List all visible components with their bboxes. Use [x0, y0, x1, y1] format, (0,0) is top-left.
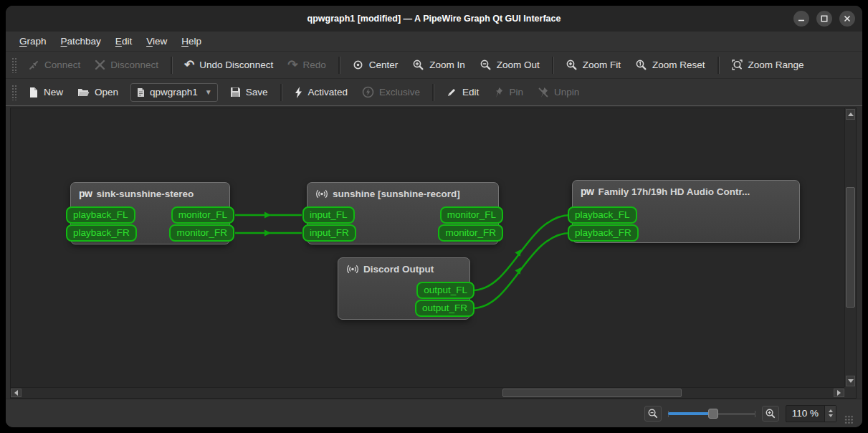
statusbar-zoom-in-button[interactable]	[762, 406, 779, 422]
patchbay-file-combobox[interactable]: qpwgraph1 ▼	[130, 83, 218, 102]
toolbar-drag-handle[interactable]	[11, 57, 17, 73]
zoom-range-button[interactable]: Zoom Range	[725, 55, 811, 75]
combobox-value: qpwgraph1	[150, 87, 198, 97]
node-discord-output[interactable]: Discord Output output_FL output_FR	[338, 257, 470, 320]
window-controls	[793, 11, 855, 27]
port-output-fl[interactable]: output_FL	[416, 282, 474, 299]
cable-arrow	[264, 230, 271, 237]
port-playback-fl[interactable]: playback_FL	[66, 206, 135, 224]
titlebar[interactable]: qpwgraph1 [modified] — A PipeWire Graph …	[6, 6, 862, 32]
minimize-icon	[798, 15, 805, 22]
spin-up-icon	[829, 409, 833, 412]
zoom-fit-button[interactable]: Zoom Fit	[559, 55, 627, 75]
undo-button[interactable]: ↶ Undo Disconnect	[178, 55, 280, 75]
port-playback-fr[interactable]: playback_FR	[66, 224, 137, 242]
close-button[interactable]	[839, 11, 855, 27]
zoom-in-icon	[412, 59, 424, 71]
arrow-right-icon	[837, 390, 841, 396]
slider-fill	[668, 412, 710, 415]
center-button[interactable]: Center	[345, 55, 405, 75]
exclusive-button[interactable]: Exclusive	[356, 82, 426, 103]
toolbar-separator	[432, 84, 434, 101]
app-window: qpwgraph1 [modified] — A PipeWire Graph …	[6, 6, 862, 427]
redo-icon: ↷	[287, 60, 297, 71]
save-button[interactable]: Save	[224, 82, 275, 103]
port-monitor-fl[interactable]: monitor_FL	[440, 206, 503, 224]
zoom-out-icon	[647, 408, 659, 419]
pin-button[interactable]: Pin	[487, 82, 530, 103]
port-playback-fl[interactable]: playback_FL	[568, 206, 637, 224]
open-button[interactable]: Open	[71, 82, 125, 103]
node-sink-sunshine-stereo[interactable]: pw sink-sunshine-stereo playback_FL moni…	[70, 182, 230, 244]
port-output-fr[interactable]: output_FR	[415, 300, 474, 317]
connect-button[interactable]: Connect	[22, 55, 87, 75]
menu-view[interactable]: View	[140, 34, 173, 49]
activated-bolt-icon	[294, 87, 303, 98]
cable-arrow	[264, 212, 271, 219]
scroll-left-button[interactable]	[11, 389, 22, 397]
redo-button[interactable]: ↷ Redo	[281, 55, 333, 75]
pipewire-icon: pw	[581, 186, 593, 197]
horizontal-scroll-thumb[interactable]	[502, 389, 682, 397]
broadcast-icon	[315, 188, 328, 200]
zoom-out-button[interactable]: Zoom Out	[473, 55, 546, 75]
slider-handle[interactable]	[708, 409, 718, 419]
vertical-scroll-thumb[interactable]	[846, 187, 855, 308]
patchbay-file-icon	[136, 87, 146, 97]
open-folder-icon	[77, 87, 90, 97]
scroll-right-button[interactable]	[834, 389, 844, 397]
activated-button[interactable]: Activated	[287, 82, 355, 103]
menu-help[interactable]: Help	[175, 34, 208, 49]
new-button[interactable]: New	[22, 82, 70, 103]
edit-button[interactable]: Edit	[439, 82, 485, 103]
horizontal-scrollbar[interactable]	[11, 387, 844, 398]
connection-cables	[11, 108, 856, 398]
port-rows: output_FL output_FR	[333, 282, 474, 317]
resize-grip[interactable]	[844, 415, 854, 424]
node-title: pw Family 17h/19h HD Audio Contr...	[573, 181, 799, 197]
node-title: pw sink-sunshine-stereo	[71, 183, 229, 199]
port-monitor-fl[interactable]: monitor_FL	[171, 206, 234, 224]
arrow-up-icon	[848, 113, 854, 116]
maximize-button[interactable]	[816, 11, 832, 27]
node-title: sunshine [sunshine-record]	[307, 183, 498, 200]
zoom-slider[interactable]	[668, 408, 755, 419]
spin-buttons[interactable]	[824, 406, 836, 422]
node-sunshine-record[interactable]: sunshine [sunshine-record] input_FL moni…	[307, 182, 499, 244]
exclusive-bolt-icon	[362, 86, 374, 98]
node-title: Discord Output	[338, 258, 469, 275]
zoom-reset-button[interactable]: Zoom Reset	[629, 55, 712, 75]
pin-icon	[493, 87, 504, 98]
maximize-icon	[821, 15, 828, 22]
zoom-reset-icon	[635, 59, 647, 71]
unpin-button[interactable]: Unpin	[531, 82, 586, 103]
port-rows: playback_FL playback_FR	[568, 206, 804, 242]
edit-pencil-icon	[446, 87, 457, 98]
port-rows: input_FL monitor_FL input_FR monitor_FR	[302, 206, 503, 242]
minimize-button[interactable]	[793, 11, 809, 27]
port-input-fl[interactable]: input_FL	[302, 206, 355, 224]
node-family-hd-audio[interactable]: pw Family 17h/19h HD Audio Contr... play…	[572, 180, 800, 243]
scroll-down-button[interactable]	[846, 376, 855, 386]
statusbar-zoom-out-button[interactable]	[644, 406, 662, 422]
menu-graph[interactable]: Graph	[13, 34, 53, 49]
arrow-down-icon	[848, 379, 854, 383]
menu-edit[interactable]: Edit	[109, 34, 138, 49]
scroll-up-button[interactable]	[846, 109, 855, 120]
port-input-fr[interactable]: input_FR	[302, 224, 356, 242]
toolbar-drag-handle[interactable]	[11, 85, 17, 100]
zoom-range-icon	[731, 59, 743, 71]
zoom-percent-spinbox[interactable]: 110 %	[786, 405, 836, 422]
menu-patchbay[interactable]: Patchbay	[54, 34, 108, 49]
broadcast-icon	[346, 263, 359, 275]
port-playback-fr[interactable]: playback_FR	[568, 224, 639, 242]
vertical-scrollbar[interactable]	[844, 108, 856, 387]
cable-arrow	[515, 247, 524, 257]
port-monitor-fr[interactable]: monitor_FR	[169, 224, 234, 242]
spin-down-icon	[829, 414, 833, 417]
graph-canvas[interactable]: pw sink-sunshine-stereo playback_FL moni…	[10, 108, 857, 399]
arrow-left-icon	[14, 390, 18, 396]
disconnect-button[interactable]: Disconnect	[88, 55, 165, 75]
zoom-in-button[interactable]: Zoom In	[406, 55, 472, 75]
port-monitor-fr[interactable]: monitor_FR	[438, 224, 503, 242]
